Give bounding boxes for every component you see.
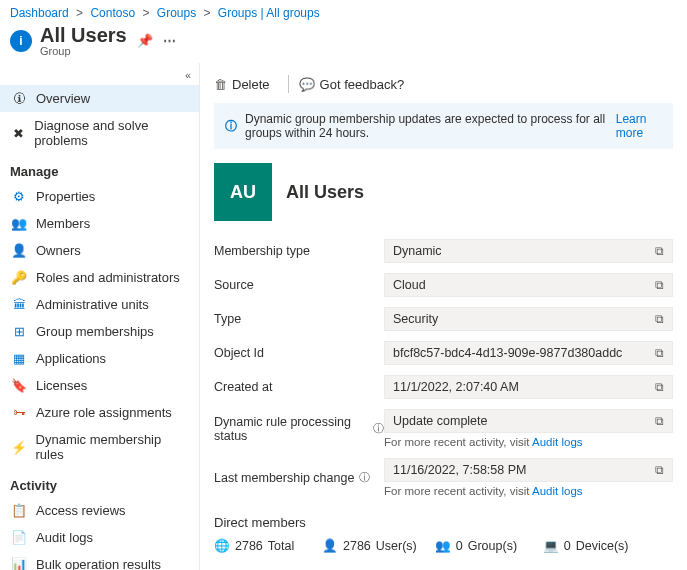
banner-learn-more-link[interactable]: Learn more <box>616 112 662 140</box>
direct-member-stat: 👤2786 User(s) <box>322 538 417 553</box>
sidebar-item-applications[interactable]: ▦Applications <box>0 345 199 372</box>
group-header: AU All Users <box>214 163 673 221</box>
property-label: Dynamic rule processing statusⓘ <box>214 415 384 443</box>
stat-icon: 👥 <box>435 538 451 553</box>
direct-members-row: 🌐2786 Total👤2786 User(s)👥0 Group(s)💻0 De… <box>214 538 673 570</box>
sidebar-item-azure-role-assignments[interactable]: 🗝Azure role assignments <box>0 399 199 426</box>
stat-label: Device(s) <box>576 539 629 553</box>
feedback-label: Got feedback? <box>320 77 405 92</box>
sidebar-item-label: Properties <box>36 189 95 204</box>
property-value-box: bfcf8c57-bdc4-4d13-909e-9877d380addc ⧉ <box>384 341 673 365</box>
property-value: Update complete <box>393 414 488 428</box>
more-icon[interactable]: ⋯ <box>163 33 176 48</box>
sidebar-item-dynamic-membership-rules[interactable]: ⚡Dynamic membership rules <box>0 426 199 468</box>
sidebar-icon: 🛈 <box>10 91 28 106</box>
property-row-drp-status: Dynamic rule processing statusⓘ Update c… <box>214 409 673 448</box>
property-value: Dynamic <box>393 244 442 258</box>
sidebar-item-administrative-units[interactable]: 🏛Administrative units <box>0 291 199 318</box>
property-label: Object Id <box>214 346 384 360</box>
property-value: 11/16/2022, 7:58:58 PM <box>393 463 526 477</box>
breadcrumb-separator: > <box>200 6 214 20</box>
property-value: 11/1/2022, 2:07:40 AM <box>393 380 519 394</box>
stat-label: Total <box>268 539 294 553</box>
sidebar-icon: 🏛 <box>10 297 28 312</box>
breadcrumb-link[interactable]: Contoso <box>90 6 135 20</box>
sidebar-icon: 🔖 <box>10 378 28 393</box>
property-label: Source <box>214 278 384 292</box>
copy-icon[interactable]: ⧉ <box>655 463 664 477</box>
info-icon[interactable]: ⓘ <box>373 421 384 436</box>
sidebar-item-access-reviews[interactable]: 📋Access reviews <box>0 497 199 524</box>
sidebar-item-bulk-operation-results[interactable]: 📊Bulk operation results <box>0 551 199 570</box>
sidebar-item-label: Owners <box>36 243 81 258</box>
property-row-source: Source Cloud ⧉ <box>214 273 673 297</box>
sidebar-item-label: Group memberships <box>36 324 154 339</box>
property-value: Security <box>393 312 438 326</box>
sidebar-item-overview[interactable]: 🛈Overview <box>0 85 199 112</box>
feedback-button[interactable]: 💬 Got feedback? <box>299 77 405 92</box>
sidebar-icon: ⊞ <box>10 324 28 339</box>
breadcrumb-link[interactable]: Dashboard <box>10 6 69 20</box>
sidebar-icon: 📊 <box>10 557 28 570</box>
sidebar-item-owners[interactable]: 👤Owners <box>0 237 199 264</box>
copy-icon[interactable]: ⧉ <box>655 244 664 258</box>
stat-count: 0 <box>564 539 571 553</box>
sidebar-item-label: Access reviews <box>36 503 126 518</box>
page-header: i All Users Group 📌 ⋯ <box>0 20 687 63</box>
direct-member-stat: 🌐2786 Total <box>214 538 304 553</box>
page-title: All Users <box>40 24 127 47</box>
stat-count: 2786 <box>343 539 371 553</box>
sidebar-item-label: Administrative units <box>36 297 149 312</box>
property-hint: For more recent activity, visit Audit lo… <box>384 485 673 497</box>
copy-icon[interactable]: ⧉ <box>655 380 664 394</box>
sidebar-item-audit-logs[interactable]: 📄Audit logs <box>0 524 199 551</box>
property-value-box: Update complete ⧉ <box>384 409 673 433</box>
sidebar-item-label: Dynamic membership rules <box>36 432 189 462</box>
direct-members-title: Direct members <box>214 515 673 530</box>
breadcrumb-link[interactable]: Groups <box>157 6 196 20</box>
sidebar-icon: 👥 <box>10 216 28 231</box>
breadcrumb-link[interactable]: Groups | All groups <box>218 6 320 20</box>
property-label: Type <box>214 312 384 326</box>
property-value: bfcf8c57-bdc4-4d13-909e-9877d380addc <box>393 346 622 360</box>
property-label: Membership type <box>214 244 384 258</box>
breadcrumb-separator: > <box>73 6 87 20</box>
toolbar: 🗑 Delete 💬 Got feedback? <box>214 71 673 103</box>
page-subtitle: Group <box>40 45 127 57</box>
sidebar-item-properties[interactable]: ⚙Properties <box>0 183 199 210</box>
sidebar-item-label: Diagnose and solve problems <box>34 118 189 148</box>
sidebar-item-licenses[interactable]: 🔖Licenses <box>0 372 199 399</box>
pin-icon[interactable]: 📌 <box>137 33 153 48</box>
delete-button[interactable]: 🗑 Delete <box>214 77 270 92</box>
delete-label: Delete <box>232 77 270 92</box>
audit-logs-link[interactable]: Audit logs <box>532 436 583 448</box>
sidebar-item-label: Members <box>36 216 90 231</box>
breadcrumb: Dashboard > Contoso > Groups > Groups | … <box>0 0 687 20</box>
property-value-box: Security ⧉ <box>384 307 673 331</box>
property-label: Created at <box>214 380 384 394</box>
collapse-sidebar-icon[interactable]: « <box>0 67 199 85</box>
property-value-box: 11/1/2022, 2:07:40 AM ⧉ <box>384 375 673 399</box>
direct-member-stat: 👥0 Group(s) <box>435 538 525 553</box>
sidebar-item-members[interactable]: 👥Members <box>0 210 199 237</box>
copy-icon[interactable]: ⧉ <box>655 414 664 428</box>
copy-icon[interactable]: ⧉ <box>655 312 664 326</box>
group-initials-tile: AU <box>214 163 272 221</box>
info-icon[interactable]: ⓘ <box>359 470 370 485</box>
sidebar-item-roles-and-administrators[interactable]: 🔑Roles and administrators <box>0 264 199 291</box>
stat-count: 2786 <box>235 539 263 553</box>
property-row-last-change: Last membership changeⓘ 11/16/2022, 7:58… <box>214 458 673 497</box>
sidebar-item-diagnose-and-solve-problems[interactable]: ✖Diagnose and solve problems <box>0 112 199 154</box>
audit-logs-link[interactable]: Audit logs <box>532 485 583 497</box>
sidebar-item-label: Applications <box>36 351 106 366</box>
sidebar-icon: ✖ <box>10 126 26 141</box>
sidebar-item-label: Overview <box>36 91 90 106</box>
copy-icon[interactable]: ⧉ <box>655 346 664 360</box>
sidebar-icon: 🔑 <box>10 270 28 285</box>
sidebar-item-group-memberships[interactable]: ⊞Group memberships <box>0 318 199 345</box>
copy-icon[interactable]: ⧉ <box>655 278 664 292</box>
info-banner: ⓘ Dynamic group membership updates are e… <box>214 103 673 149</box>
property-value-box: 11/16/2022, 7:58:58 PM ⧉ <box>384 458 673 482</box>
stat-label: User(s) <box>376 539 417 553</box>
trash-icon: 🗑 <box>214 77 227 92</box>
